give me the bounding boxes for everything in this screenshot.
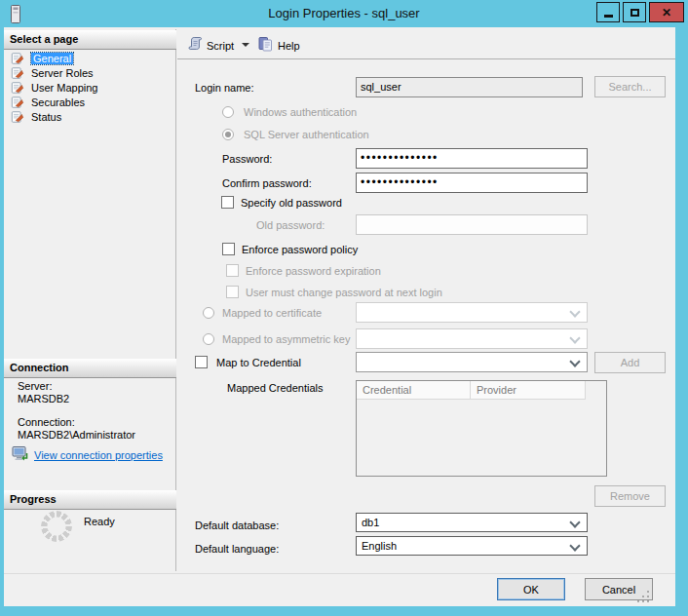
page-icon xyxy=(11,66,24,80)
page-icon xyxy=(11,96,24,109)
specify-old-password-label: Specify old password xyxy=(241,197,342,210)
chevron-down-icon xyxy=(569,517,580,527)
script-dropdown-icon[interactable] xyxy=(242,43,249,47)
add-button: Add xyxy=(594,352,666,373)
progress-spinner-icon xyxy=(41,511,72,542)
page-icon xyxy=(11,52,24,65)
enforce-policy-checkbox[interactable] xyxy=(222,243,235,255)
progress-header: Progress xyxy=(4,490,176,510)
sidebar-item-label: Status xyxy=(31,111,61,123)
old-password-input xyxy=(356,214,588,235)
select-a-page-header: Select a page xyxy=(4,30,176,50)
table-header-row: Credential Provider xyxy=(357,381,606,400)
page-icon xyxy=(11,110,24,124)
password-label: Password: xyxy=(222,153,272,166)
help-icon xyxy=(257,36,274,55)
windows-auth-radio xyxy=(222,106,234,118)
sidebar-item-securables[interactable]: Securables xyxy=(4,95,176,109)
confirm-password-label: Confirm password: xyxy=(222,177,312,190)
chevron-down-icon xyxy=(569,332,580,343)
ok-button[interactable]: OK xyxy=(497,578,565,600)
enforce-expiration-checkbox xyxy=(226,264,239,277)
sql-auth-radio xyxy=(222,129,234,140)
default-database-label: Default database: xyxy=(195,520,279,532)
mapped-asymmetric-radio xyxy=(203,333,214,345)
connection-label: Connection: xyxy=(18,416,75,429)
password-input[interactable]: •••••••••••••• xyxy=(356,148,588,169)
maximize-button[interactable] xyxy=(623,2,646,22)
mapped-certificate-combo xyxy=(356,302,588,323)
map-credential-label: Map to Credential xyxy=(216,357,301,369)
minimize-button[interactable] xyxy=(596,2,620,22)
sidebar-item-label: General xyxy=(31,53,73,64)
close-button[interactable]: ✕ xyxy=(649,2,684,22)
mapped-certificate-label: Mapped to certificate xyxy=(222,307,322,320)
sql-auth-label: SQL Server authentication xyxy=(244,129,369,141)
default-language-combo[interactable]: English xyxy=(356,536,588,556)
old-password-label: Old password: xyxy=(256,219,325,232)
must-change-password-label: User must change password at next login xyxy=(246,287,442,299)
sidebar-item-server-roles[interactable]: Server Roles xyxy=(4,65,176,80)
chevron-down-icon xyxy=(569,356,580,366)
login-properties-dialog: Login Properties - sql_user ✕ Select a p… xyxy=(0,0,688,616)
chevron-down-icon xyxy=(569,306,580,317)
cancel-button[interactable]: Cancel xyxy=(585,578,653,600)
connection-value: MARSDB2\Administrator xyxy=(18,429,135,442)
default-language-label: Default language: xyxy=(195,543,279,556)
default-database-value: db1 xyxy=(362,517,379,528)
resize-grip[interactable] xyxy=(647,600,649,602)
footer-bar xyxy=(4,573,675,606)
page-icon xyxy=(11,81,24,95)
sidebar-item-user-mapping[interactable]: User Mapping xyxy=(4,80,176,95)
script-icon xyxy=(187,36,204,55)
map-credential-checkbox[interactable] xyxy=(195,356,208,368)
enforce-expiration-label: Enforce password expiration xyxy=(246,265,381,278)
chevron-down-icon xyxy=(569,540,580,551)
server-value: MARSDB2 xyxy=(18,393,69,405)
column-header-credential: Credential xyxy=(357,381,471,400)
help-button[interactable]: Help xyxy=(278,40,300,53)
sidebar-item-label: Server Roles xyxy=(31,67,94,79)
sidebar-item-general[interactable]: General xyxy=(4,51,176,65)
search-button: Search... xyxy=(594,76,666,97)
default-language-value: English xyxy=(362,540,397,552)
window-title: Login Properties - sql_user xyxy=(0,6,688,20)
windows-auth-label: Windows authentication xyxy=(244,106,357,119)
mapped-credentials-label: Mapped Credentials xyxy=(227,382,323,395)
mapped-certificate-radio xyxy=(203,307,214,319)
sidebar-item-label: Securables xyxy=(31,96,85,108)
close-icon: ✕ xyxy=(662,7,671,19)
enforce-policy-label: Enforce password policy xyxy=(242,244,358,256)
script-button[interactable]: Script xyxy=(207,40,234,53)
sidebar-item-status[interactable]: Status xyxy=(4,109,176,124)
sidebar-item-label: User Mapping xyxy=(31,82,97,94)
toolbar xyxy=(177,29,675,59)
map-credential-combo[interactable] xyxy=(356,352,588,372)
minimize-icon xyxy=(604,15,613,18)
mapped-credentials-table[interactable]: Credential Provider xyxy=(356,380,607,477)
column-header-provider: Provider xyxy=(471,381,586,400)
mapped-asymmetric-label: Mapped to asymmetric key xyxy=(222,333,350,346)
connection-header: Connection xyxy=(4,359,176,378)
login-name-label: Login name: xyxy=(195,82,254,95)
progress-status: Ready xyxy=(84,516,115,528)
view-connection-properties-link[interactable]: View connection properties xyxy=(34,449,163,462)
maximize-icon xyxy=(631,9,639,17)
must-change-password-checkbox xyxy=(226,286,239,298)
mapped-asymmetric-combo xyxy=(356,328,588,349)
confirm-password-input[interactable]: •••••••••••••• xyxy=(356,173,588,193)
remove-button: Remove xyxy=(594,485,666,507)
server-label: Server: xyxy=(18,380,52,393)
connection-properties-icon xyxy=(12,445,30,464)
specify-old-password-checkbox[interactable] xyxy=(221,196,234,209)
default-database-combo[interactable]: db1 xyxy=(356,513,588,532)
login-name-input[interactable]: sql_user xyxy=(356,77,583,97)
